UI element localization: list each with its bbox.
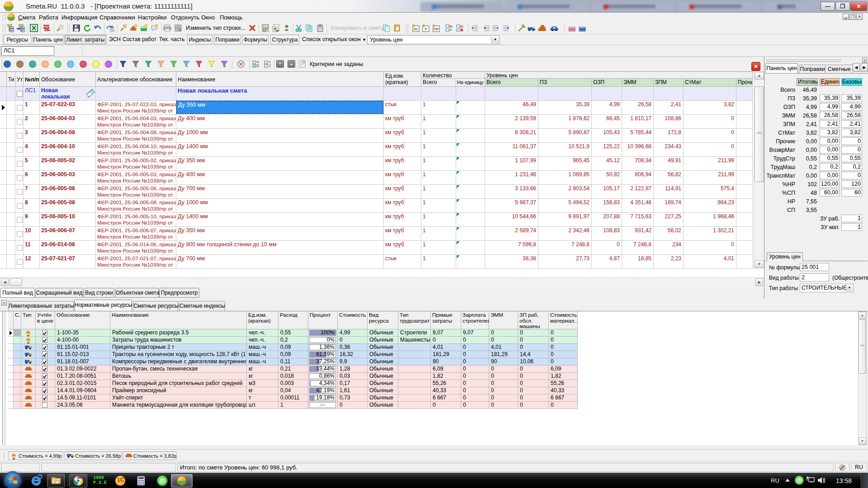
svg-text:Р: Р — [425, 27, 427, 31]
svg-text:ЛС: ЛС — [90, 89, 95, 94]
svg-text:PDF: PDF — [43, 25, 49, 28]
svg-text:ПР: ПР — [434, 27, 439, 31]
svg-text:ЛС: ЛС — [414, 27, 419, 31]
